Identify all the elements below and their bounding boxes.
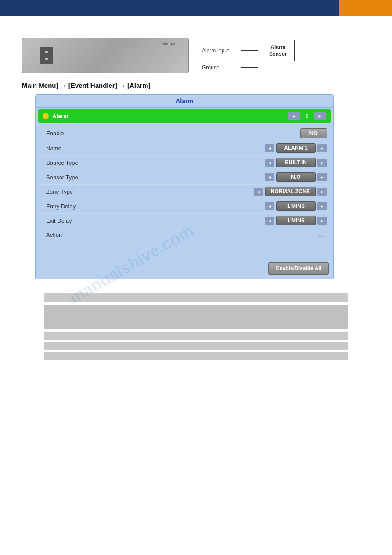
device-logo: TeleEye bbox=[161, 42, 175, 46]
row-name-label: Name bbox=[42, 145, 265, 152]
name-value: ALARM 1 bbox=[276, 143, 316, 153]
enable-no-value: NO bbox=[300, 128, 327, 138]
row-sensor-type: Sensor Type ◄ N.O ► bbox=[38, 170, 331, 185]
source-value: BUILT IN bbox=[276, 158, 316, 167]
action-dots: ... bbox=[315, 230, 327, 239]
source-next-arrow[interactable]: ► bbox=[317, 159, 327, 167]
row-zone-type-value[interactable]: ◄ NORMAL ZONE ► bbox=[254, 187, 327, 196]
sensor-value: N.O bbox=[276, 172, 316, 182]
row-exit-delay-value[interactable]: ◄ 1 MINS ► bbox=[265, 216, 327, 225]
zone-prev-arrow[interactable]: ◄ bbox=[254, 188, 263, 196]
alarm-diagram: Alarm Input Alarm Sensor Ground bbox=[202, 40, 295, 71]
h-line-1 bbox=[241, 50, 258, 51]
row-entry-delay-value[interactable]: ◄ 1 MINS ► bbox=[265, 201, 327, 211]
gray-bar-thin-1 bbox=[44, 332, 348, 340]
gray-bar-tall bbox=[44, 305, 348, 329]
row-entry-delay-label: Entry Delay bbox=[42, 203, 265, 210]
row-action: Action ... bbox=[38, 228, 331, 241]
enable-disable-all-button[interactable]: Enable/Disable All bbox=[268, 262, 329, 275]
breadcrumb-text: Main Menu] → [Event Handler] → [Alarm] bbox=[22, 82, 151, 89]
panel-header-row: Alarm ◄ 1 ► bbox=[38, 109, 331, 123]
sensor-next-arrow[interactable]: ► bbox=[317, 173, 327, 181]
row-enable: Enable NO bbox=[38, 126, 331, 141]
row-enable-value: NO bbox=[300, 128, 327, 138]
name-next-arrow[interactable]: ► bbox=[317, 144, 327, 152]
row-entry-delay: Entry Delay ◄ 1 MINS ► bbox=[38, 199, 331, 214]
gray-bar-1 bbox=[44, 293, 348, 302]
alarm-sensor-box: Alarm Sensor bbox=[262, 40, 295, 61]
alarm-input-label: Alarm Input bbox=[202, 47, 237, 54]
row-zone-type-label: Zone Type bbox=[42, 189, 254, 195]
exit-next-arrow[interactable]: ► bbox=[317, 217, 327, 225]
device-connector bbox=[40, 47, 53, 64]
connector-dot-2 bbox=[45, 58, 48, 60]
row-sensor-type-value[interactable]: ◄ N.O ► bbox=[265, 172, 327, 182]
nav-controls[interactable]: ◄ 1 ► bbox=[288, 112, 326, 120]
panel-footer: Enable/Disable All bbox=[36, 259, 333, 279]
row-exit-delay-label: Exit Delay bbox=[42, 218, 265, 224]
panel-rows: Enable NO Name ◄ ALARM 1 ► Source Type ◄ bbox=[36, 124, 333, 246]
panel-spacer bbox=[36, 246, 333, 259]
alarm-sensor-label-line2: Sensor bbox=[269, 51, 287, 57]
zone-value: NORMAL ZONE bbox=[265, 187, 316, 196]
row-sensor-type-label: Sensor Type bbox=[42, 174, 265, 181]
bottom-bars bbox=[44, 293, 348, 360]
row-zone-type: Zone Type ◄ NORMAL ZONE ► bbox=[38, 185, 331, 199]
row-name: Name ◄ ALARM 1 ► bbox=[38, 141, 331, 156]
row-exit-delay: Exit Delay ◄ 1 MINS ► bbox=[38, 214, 331, 228]
breadcrumb: Main Menu] → [Event Handler] → [Alarm] bbox=[22, 82, 370, 89]
row-source-type-value[interactable]: ◄ BUILT IN ► bbox=[265, 158, 327, 167]
connector-dot-1 bbox=[45, 51, 48, 53]
h-line-2 bbox=[241, 67, 258, 68]
entry-prev-arrow[interactable]: ◄ bbox=[265, 202, 274, 210]
exit-prev-arrow[interactable]: ◄ bbox=[265, 217, 274, 225]
row-enable-label: Enable bbox=[42, 130, 300, 137]
row-action-value: ... bbox=[315, 230, 327, 239]
zone-next-arrow[interactable]: ► bbox=[317, 188, 327, 196]
gray-bar-thin-2 bbox=[44, 342, 348, 350]
nav-next-arrow[interactable]: ► bbox=[314, 112, 326, 120]
nav-prev-arrow[interactable]: ◄ bbox=[288, 112, 300, 120]
header-orange bbox=[339, 0, 392, 16]
alarm-dot bbox=[43, 113, 49, 119]
header-bar bbox=[0, 0, 392, 16]
ground-line: Ground bbox=[202, 65, 295, 71]
row-action-label: Action bbox=[42, 232, 315, 238]
alarm-panel: Alarm Alarm ◄ 1 ► Enable NO Name bbox=[35, 94, 334, 279]
entry-value: 1 MINS bbox=[276, 201, 316, 211]
alarm-header-label: Alarm bbox=[52, 113, 288, 120]
sensor-prev-arrow[interactable]: ◄ bbox=[265, 173, 274, 181]
panel-title-bar: Alarm bbox=[36, 95, 333, 108]
nav-number: 1 bbox=[302, 113, 311, 120]
panel-title: Alarm bbox=[176, 98, 193, 105]
device-section: TeleEye Alarm Input Alarm Sensor Ground bbox=[22, 38, 370, 73]
source-prev-arrow[interactable]: ◄ bbox=[265, 159, 274, 167]
name-prev-arrow[interactable]: ◄ bbox=[265, 144, 274, 152]
header-blue bbox=[0, 0, 339, 16]
device-image: TeleEye bbox=[22, 38, 189, 73]
row-source-type: Source Type ◄ BUILT IN ► bbox=[38, 156, 331, 170]
ground-label: Ground bbox=[202, 65, 237, 71]
exit-value: 1 MINS bbox=[276, 216, 316, 225]
row-source-type-label: Source Type bbox=[42, 160, 265, 166]
entry-next-arrow[interactable]: ► bbox=[317, 202, 327, 210]
alarm-sensor-label-line1: Alarm bbox=[270, 44, 285, 50]
alarm-input-line: Alarm Input Alarm Sensor bbox=[202, 40, 295, 61]
gray-bar-thin-3 bbox=[44, 352, 348, 360]
row-name-value[interactable]: ◄ ALARM 1 ► bbox=[265, 143, 327, 153]
